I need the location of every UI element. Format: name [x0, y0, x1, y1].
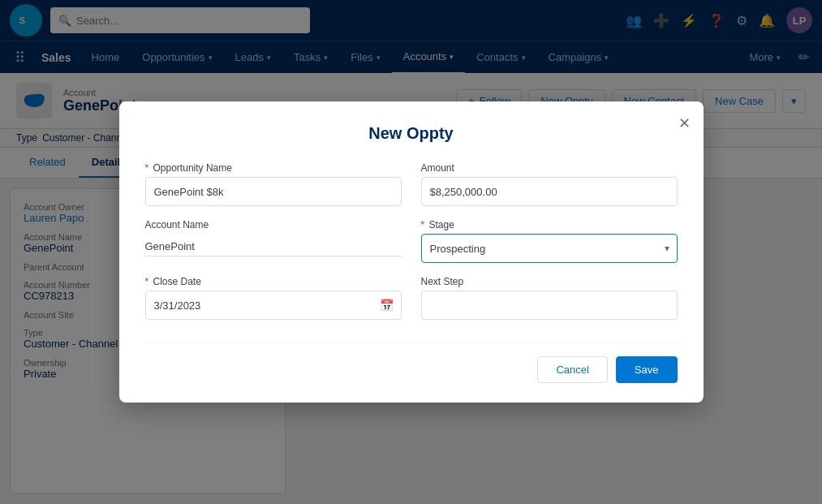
opportunity-name-input[interactable]	[145, 177, 402, 206]
required-indicator: *	[145, 162, 149, 174]
opportunity-name-group: * Opportunity Name	[145, 162, 402, 206]
next-step-group: Next Step	[421, 276, 678, 320]
amount-input[interactable]	[421, 177, 678, 206]
stage-group: * Stage Prospecting Qualification Needs …	[421, 219, 678, 263]
required-indicator: *	[145, 276, 149, 287]
next-step-input[interactable]	[421, 291, 678, 320]
stage-select[interactable]: Prospecting Qualification Needs Analysis…	[421, 234, 678, 263]
new-oppty-modal: ✕ New Oppty * Opportunity Name Amount Ac…	[119, 101, 704, 403]
stage-label: * Stage	[421, 219, 678, 230]
close-date-group: * Close Date 📅	[145, 276, 402, 320]
account-name-static: GenePoint	[145, 234, 402, 256]
modal-overlay: ✕ New Oppty * Opportunity Name Amount Ac…	[0, 0, 822, 504]
close-date-label: * Close Date	[145, 276, 402, 287]
modal-title: New Oppty	[145, 124, 678, 143]
modal-close-button[interactable]: ✕	[678, 114, 691, 132]
modal-form: * Opportunity Name Amount Account Name G…	[145, 162, 678, 320]
amount-group: Amount	[421, 162, 678, 206]
account-name-group: Account Name GenePoint	[145, 219, 402, 263]
next-step-label: Next Step	[421, 276, 678, 287]
stage-select-wrap: Prospecting Qualification Needs Analysis…	[421, 234, 678, 263]
opportunity-name-label: * Opportunity Name	[145, 162, 402, 174]
save-button[interactable]: Save	[616, 356, 678, 383]
account-name-modal-label: Account Name	[145, 219, 402, 230]
cancel-button[interactable]: Cancel	[537, 356, 607, 383]
required-indicator: *	[421, 219, 425, 230]
close-date-input[interactable]	[145, 291, 402, 320]
amount-label: Amount	[421, 162, 678, 174]
modal-footer: Cancel Save	[145, 342, 678, 383]
close-date-input-wrap: 📅	[145, 291, 402, 320]
